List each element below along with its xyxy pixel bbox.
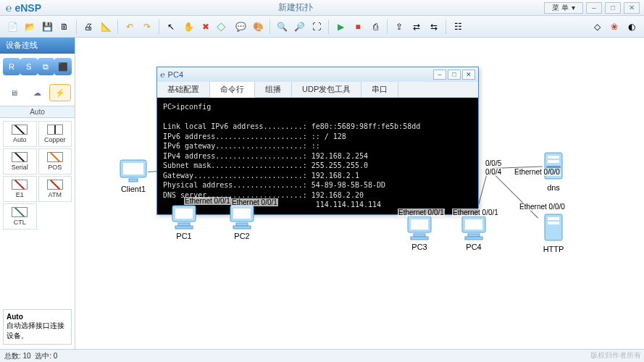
titlebar: ℮ eNSP 新建拓扑 菜 单▾ – □ ✕ (0, 0, 644, 16)
terminal-max-button[interactable]: □ (448, 70, 461, 80)
cable-copper[interactable]: Copper (38, 121, 72, 147)
minimize-button[interactable]: – (586, 2, 602, 14)
node-pc2[interactable]: PC2 (227, 204, 256, 240)
svg-rect-6 (175, 226, 193, 229)
menu-button[interactable]: 菜 单▾ (544, 2, 583, 14)
iflabel-2: Ethernet 0/0/1 (398, 209, 445, 216)
dev-firewall-icon[interactable]: ⬛ (54, 58, 72, 75)
iflabel-7: Ethernet 0/0/0 (519, 203, 566, 211)
tb-stop[interactable]: ■ (350, 19, 366, 35)
cable-grid: AutoCopperSerialPOSE1ATMCTL (0, 118, 75, 232)
tb-settings[interactable]: ◇ (589, 19, 605, 35)
dev-wlan-icon[interactable]: ⧉ (38, 58, 55, 75)
tb-link2[interactable]: ⇆ (426, 19, 442, 35)
terminal-tab-4[interactable]: 串口 (361, 82, 398, 97)
tb-play[interactable]: ▶ (333, 19, 348, 35)
svg-rect-16 (465, 219, 482, 230)
node-pc3[interactable]: PC3 (405, 215, 434, 251)
cable-ctl[interactable]: CTL (3, 203, 37, 230)
node-pc1[interactable]: PC1 (170, 204, 198, 240)
app-name: eNSP (14, 2, 41, 14)
terminal-tab-0[interactable]: 基础配置 (157, 82, 210, 97)
svg-rect-2 (129, 179, 138, 182)
cable-auto[interactable]: Auto (3, 121, 37, 147)
dev-pc-icon[interactable]: 🖥 (4, 84, 25, 101)
tb-undo[interactable]: ↶ (122, 19, 138, 35)
node-pc4[interactable]: PC4 (459, 215, 488, 251)
dev-connection-icon[interactable]: ⚡ (49, 84, 71, 101)
svg-rect-18 (465, 237, 482, 240)
cable-e1[interactable]: E1 (3, 176, 37, 202)
status-sel-label: 选中: (35, 351, 51, 361)
terminal-close-button[interactable]: ✕ (462, 70, 475, 80)
svg-rect-13 (414, 234, 425, 237)
canvas[interactable]: ℮PC4 – □ ✕ 基础配置命令行组播UDP发包工具串口 PC>ipconfi… (75, 38, 644, 349)
status-bar: 总数: 10 选中: 0 (0, 349, 644, 362)
terminal-window[interactable]: ℮PC4 – □ ✕ 基础配置命令行组播UDP发包工具串口 PC>ipconfi… (156, 67, 479, 215)
app-logo: ℮ eNSP (0, 2, 47, 14)
terminal-tab-1[interactable]: 命令行 (210, 82, 255, 98)
status-total: 10 (23, 352, 31, 360)
sidebar: 设备连线 R S ⧉ ⬛ 🖥 ☁ ⚡ Auto AutoCopperSerial… (0, 38, 75, 349)
tb-text[interactable]: 💬 (233, 19, 248, 35)
tb-save-as[interactable]: 🗎 (57, 19, 72, 35)
svg-rect-17 (468, 234, 480, 237)
main: 设备连线 R S ⧉ ⬛ 🖥 ☁ ⚡ Auto AutoCopperSerial… (0, 38, 644, 349)
doc-title: 新建拓扑 (47, 1, 544, 14)
svg-rect-26 (548, 222, 559, 224)
terminal-titlebar[interactable]: ℮PC4 – □ ✕ (157, 67, 478, 82)
dev-cloud-icon[interactable]: ☁ (26, 84, 48, 101)
desc-body: 自动选择接口连接设备。 (7, 321, 68, 341)
cable-serial[interactable]: Serial (3, 148, 37, 174)
dev-switch-icon[interactable]: S (20, 58, 38, 75)
svg-rect-21 (548, 160, 559, 163)
tb-new[interactable]: 📄 (4, 19, 20, 35)
tb-open[interactable]: 📂 (22, 19, 38, 35)
terminal-tab-3[interactable]: UDP发包工具 (292, 82, 361, 97)
tb-help[interactable]: ❀ (606, 19, 622, 35)
auto-header: Auto (0, 106, 75, 118)
tb-export[interactable]: ⇪ (391, 19, 407, 35)
tb-save[interactable]: 💾 (39, 19, 55, 35)
desc-title: Auto (7, 313, 68, 321)
tb-print[interactable]: 🖨 (80, 19, 96, 35)
tb-net[interactable]: ☷ (450, 19, 466, 35)
svg-rect-14 (411, 237, 428, 240)
status-total-label: 总数: (4, 351, 21, 361)
tb-capture[interactable]: ⎙ (367, 19, 383, 35)
svg-rect-1 (123, 163, 143, 174)
tb-delete[interactable]: ✖ (198, 19, 214, 35)
svg-rect-20 (548, 156, 559, 159)
node-client1[interactable]: Client1 (119, 157, 148, 193)
svg-rect-10 (233, 226, 251, 229)
node-http[interactable]: HTTP (539, 211, 568, 253)
terminal-tab-2[interactable]: 组播 (255, 82, 292, 97)
status-sel: 0 (54, 352, 58, 360)
svg-rect-8 (233, 209, 251, 219)
terminal-min-button[interactable]: – (433, 70, 446, 80)
maximize-button[interactable]: □ (605, 2, 621, 14)
close-button[interactable]: ✕ (624, 2, 640, 14)
cable-atm[interactable]: ATM (38, 176, 72, 202)
svg-rect-5 (178, 223, 190, 226)
tb-pan[interactable]: ✋ (180, 19, 196, 35)
tb-clear[interactable]: ⃟ (215, 19, 231, 35)
tb-redo[interactable]: ↷ (139, 19, 155, 35)
svg-rect-4 (175, 209, 193, 219)
tb-huawei[interactable]: ◐ (624, 19, 640, 35)
tb-link1[interactable]: ⇄ (409, 19, 425, 35)
tb-zoom-out[interactable]: 🔎 (291, 19, 307, 35)
desc-box: Auto 自动选择接口连接设备。 (3, 309, 72, 345)
svg-rect-12 (411, 219, 428, 230)
tb-pointer[interactable]: ↖ (163, 19, 179, 35)
tb-fit[interactable]: ⛶ (309, 19, 325, 35)
iflabel-0: Ethernet 0/0/1 (184, 197, 231, 205)
tb-zoom-in[interactable]: 🔍 (274, 19, 290, 35)
logo-icon: ℮ (6, 2, 12, 14)
sidebar-panel-title: 设备连线 (0, 38, 75, 54)
tb-ruler[interactable]: 📐 (98, 19, 114, 35)
tb-palette[interactable]: 🎨 (250, 19, 266, 35)
iflabel-1: Ethernet 0/0/1 (231, 198, 278, 206)
dev-router-icon[interactable]: R (3, 58, 20, 75)
cable-pos[interactable]: POS (38, 148, 72, 174)
